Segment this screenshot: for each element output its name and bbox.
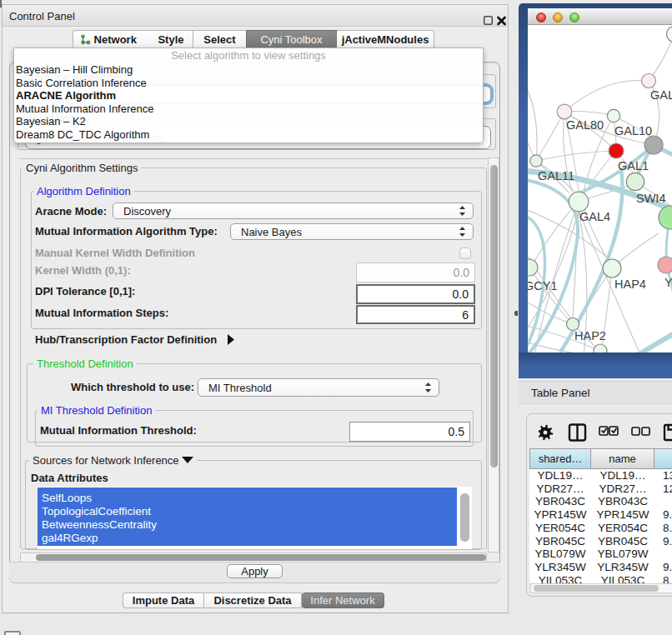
svg-text:GAL1: GAL1	[618, 159, 649, 172]
svg-text:HAP4: HAP4	[614, 278, 646, 291]
svg-text:Y: Y	[664, 276, 672, 289]
svg-text:GAL: GAL	[650, 88, 672, 102]
svg-text:GAL10: GAL10	[614, 124, 652, 138]
svg-text:GCY1: GCY1	[528, 279, 558, 292]
svg-text:HAP2: HAP2	[574, 329, 606, 342]
svg-text:GAL4: GAL4	[579, 210, 610, 223]
svg-text:SWI4: SWI4	[636, 192, 665, 205]
svg-text:GAL11: GAL11	[538, 169, 574, 182]
svg-text:GAL80: GAL80	[566, 118, 604, 132]
